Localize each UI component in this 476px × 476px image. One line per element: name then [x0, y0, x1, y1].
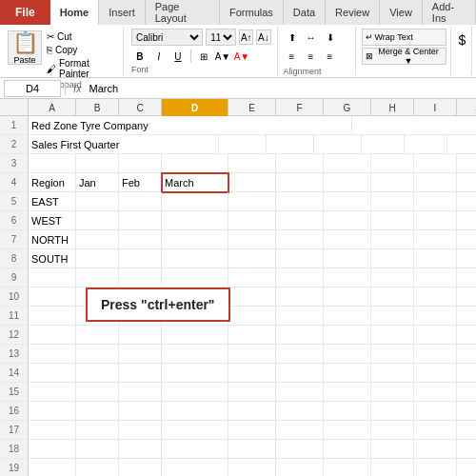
cell-H2[interactable] [362, 135, 405, 154]
cell-E19[interactable] [228, 459, 276, 476]
formula-input[interactable] [89, 80, 472, 97]
cell-I3[interactable] [414, 154, 457, 173]
cell-B7[interactable] [76, 230, 119, 249]
cell-I18[interactable] [414, 440, 457, 459]
cell-D17[interactable] [162, 421, 228, 440]
col-header-d[interactable]: D [162, 99, 228, 116]
font-decrease-button[interactable]: A↓ [256, 30, 270, 45]
row-number[interactable]: 3 [0, 154, 29, 172]
cell-J13[interactable] [457, 345, 476, 364]
cell-D3[interactable] [162, 154, 228, 173]
italic-button[interactable]: I [150, 48, 168, 65]
cell-I5[interactable] [414, 192, 457, 211]
cell-A17[interactable] [29, 421, 76, 440]
cell-I16[interactable] [414, 402, 457, 421]
cell-E2[interactable] [219, 135, 267, 154]
cell-H3[interactable] [371, 154, 414, 173]
cell-H8[interactable] [371, 249, 414, 268]
cell-G16[interactable] [324, 402, 371, 421]
cell-G3[interactable] [324, 154, 371, 173]
cell-B6[interactable] [76, 211, 119, 230]
cell-F17[interactable] [276, 421, 324, 440]
row-number[interactable]: 14 [0, 364, 29, 382]
cell-J5[interactable] [457, 192, 476, 211]
cell-E6[interactable] [228, 211, 276, 230]
row-number[interactable]: 18 [0, 440, 29, 458]
font-increase-button[interactable]: A↑ [239, 30, 253, 45]
align-left-button[interactable]: ≡ [284, 48, 301, 65]
align-top-button[interactable]: ⬆ [284, 29, 301, 46]
cell-H9[interactable] [371, 268, 414, 288]
cell-E17[interactable] [228, 421, 276, 440]
cell-C3[interactable] [119, 154, 162, 173]
row-number[interactable]: 12 [0, 326, 29, 344]
cell-C19[interactable] [119, 459, 162, 476]
cell-I9[interactable] [414, 268, 457, 288]
cell-G15[interactable] [324, 383, 371, 402]
cell-B4[interactable]: Jan [76, 173, 119, 192]
cell-H4[interactable] [371, 173, 414, 192]
row-number[interactable]: 15 [0, 383, 29, 401]
row-number[interactable]: 4 [0, 173, 29, 191]
cell-D16[interactable] [162, 402, 228, 421]
row-number[interactable]: 19 [0, 459, 29, 476]
align-middle-button[interactable]: ↔ [303, 29, 320, 46]
cell-F5[interactable] [276, 192, 324, 211]
cell-F3[interactable] [276, 154, 324, 173]
cell-B9[interactable] [76, 268, 119, 288]
cell-A9[interactable] [29, 268, 76, 288]
cell-G8[interactable] [324, 249, 371, 268]
cell-E11[interactable] [228, 307, 276, 326]
col-header-b[interactable]: B [76, 99, 119, 116]
cell-H10[interactable] [371, 288, 414, 307]
cell-F15[interactable] [276, 383, 324, 402]
cell-F16[interactable] [276, 402, 324, 421]
cell-B13[interactable] [76, 345, 119, 364]
cell-H12[interactable] [371, 326, 414, 345]
cell-B18[interactable] [76, 440, 119, 459]
cell-E18[interactable] [228, 440, 276, 459]
cell-B17[interactable] [76, 421, 119, 440]
copy-button[interactable]: ⎘ Copy [45, 44, 119, 56]
align-center-button[interactable]: ≡ [303, 48, 320, 65]
cell-C16[interactable] [119, 402, 162, 421]
cell-G2[interactable] [314, 135, 362, 154]
cell-F12[interactable] [276, 326, 324, 345]
cell-A1[interactable]: Red Zone Tyre Company [29, 116, 352, 135]
paste-button[interactable]: 📋 Paste [8, 30, 42, 65]
cell-I14[interactable] [414, 364, 457, 383]
cell-F7[interactable] [276, 230, 324, 249]
cell-I4[interactable] [414, 173, 457, 192]
cell-H19[interactable] [371, 459, 414, 476]
cell-J10[interactable] [457, 288, 476, 307]
tab-page-layout[interactable]: Page Layout [146, 0, 220, 25]
cell-G17[interactable] [324, 421, 371, 440]
cell-J9[interactable] [457, 268, 476, 288]
cell-A15[interactable] [29, 383, 76, 402]
col-header-g[interactable]: G [324, 99, 371, 116]
cell-I19[interactable] [414, 459, 457, 476]
row-number[interactable]: 11 [0, 307, 29, 325]
cell-B19[interactable] [76, 459, 119, 476]
cell-J18[interactable] [457, 440, 476, 459]
font-name-select[interactable]: Calibri [131, 29, 203, 46]
row-number[interactable]: 2 [0, 135, 29, 153]
row-number[interactable]: 5 [0, 192, 29, 210]
cell-F10[interactable] [276, 288, 324, 307]
cell-E3[interactable] [228, 154, 276, 173]
cell-D9[interactable] [162, 268, 228, 288]
cell-G4[interactable] [324, 173, 371, 192]
cell-B14[interactable] [76, 364, 119, 383]
cell-reference-box[interactable] [4, 80, 61, 97]
cell-B12[interactable] [76, 326, 119, 345]
cell-E5[interactable] [228, 192, 276, 211]
font-color-button[interactable]: A▼ [233, 48, 250, 65]
cell-B15[interactable] [76, 383, 119, 402]
cell-J12[interactable] [457, 326, 476, 345]
bold-button[interactable]: B [131, 48, 149, 65]
cell-I2[interactable] [405, 135, 447, 154]
cell-C13[interactable] [119, 345, 162, 364]
cell-C18[interactable] [119, 440, 162, 459]
cell-D7[interactable] [162, 230, 228, 249]
cell-A18[interactable] [29, 440, 76, 459]
